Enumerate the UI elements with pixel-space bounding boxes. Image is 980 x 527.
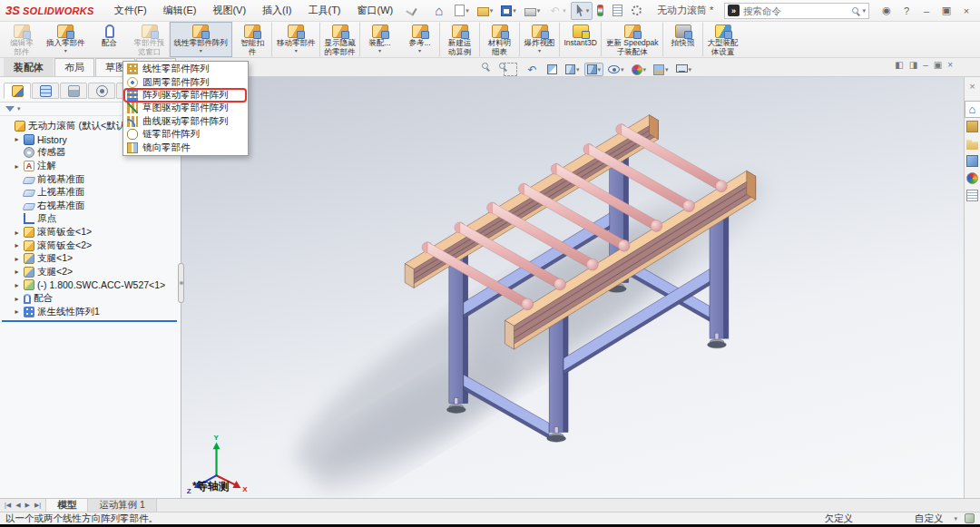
panel-tab[interactable]	[88, 83, 115, 99]
dropdown-caret-icon[interactable]: ▾	[490, 7, 494, 15]
help-icon[interactable]: ?	[898, 4, 915, 18]
ribbon-button[interactable]: 移动零部件 ▾	[272, 22, 320, 57]
dropdown-caret-icon[interactable]: ▾	[643, 66, 647, 73]
dropdown-caret-icon[interactable]: ▾	[418, 48, 421, 54]
task-pane-tab[interactable]	[965, 170, 980, 187]
view-toolbar-button[interactable]	[479, 61, 499, 78]
graphics-viewport[interactable]: Y X Z *等轴测	[181, 77, 964, 498]
rollback-bar[interactable]	[2, 320, 177, 322]
tree-item[interactable]: ▸ 滚筒钣金<1>	[2, 226, 181, 239]
expand-arrow-icon[interactable]: ▸	[13, 281, 21, 289]
model-canvas[interactable]: Y X Z	[181, 77, 964, 498]
tree-item[interactable]: ▸ 支腿<2>	[2, 266, 181, 279]
dropdown-caret-icon[interactable]: ▾	[537, 7, 541, 15]
prev-tab-icon[interactable]: ◀	[14, 502, 22, 509]
tree-item[interactable]: 原点	[2, 212, 181, 226]
expand-arrow-icon[interactable]: ▸	[13, 255, 21, 263]
status-caret-icon[interactable]: ▾	[954, 515, 957, 522]
document-tab[interactable]: 运动算例 1	[88, 499, 157, 512]
ribbon-button[interactable]: 更新 Speedpak 子装配体	[602, 22, 663, 57]
tree-item[interactable]: 右视基准面	[2, 200, 181, 213]
ribbon-button[interactable]: 新建运 动算例	[440, 22, 480, 57]
minimize-window-icon[interactable]: –	[918, 4, 935, 18]
restore-window-icon[interactable]: ▣	[938, 4, 955, 18]
dropdown-caret-icon[interactable]: ▾	[538, 48, 541, 54]
close-window-icon[interactable]: ×	[958, 4, 975, 18]
dropdown-caret-icon[interactable]: ▾	[598, 66, 602, 73]
expand-arrow-icon[interactable]: ▸	[13, 268, 21, 276]
user-account-icon[interactable]: ◉	[878, 4, 895, 18]
view-toolbar-button[interactable]: ▾	[673, 64, 695, 75]
ribbon-button[interactable]: 装配... ▾	[360, 22, 400, 57]
ribbon-button[interactable]: 编辑零 部件	[2, 22, 42, 57]
panel-tab[interactable]	[4, 83, 31, 99]
task-pane-tab[interactable]	[965, 152, 980, 170]
pin-icon[interactable]	[407, 5, 417, 15]
quick-access-button[interactable]	[628, 3, 646, 18]
view-toolbar-button[interactable]: ▾	[651, 63, 671, 77]
ribbon-button[interactable]: 参考... ▾	[400, 22, 440, 57]
close-doc-icon[interactable]: ×	[947, 60, 953, 70]
view-toolbar-button[interactable]: ▾	[629, 63, 650, 77]
tree-item[interactable]: ▸ 支腿<1>	[2, 252, 181, 266]
ribbon-button[interactable]: 爆炸视图 ▾	[520, 22, 560, 57]
dropdown-menu-item[interactable]: 圆周零部件阵列	[123, 75, 248, 88]
dropdown-caret-icon[interactable]: ▾	[378, 48, 381, 54]
dropdown-caret-icon[interactable]: ▾	[563, 7, 566, 15]
quick-access-button[interactable]: ▾	[571, 2, 593, 20]
custom-mode-label[interactable]: 自定义	[915, 512, 944, 525]
search-input[interactable]	[743, 5, 848, 16]
ribbon-button[interactable]: 显示隐藏 的零部件	[320, 22, 360, 57]
menu-item[interactable]: 窗口(W)	[350, 1, 401, 20]
search-caret-icon[interactable]: ▾	[862, 7, 866, 15]
filter-funnel-icon[interactable]	[5, 106, 15, 112]
ribbon-button[interactable]: 智能扣 件	[232, 22, 272, 57]
dropdown-caret-icon[interactable]: ▾	[466, 7, 469, 15]
view-toolbar-button[interactable]	[501, 61, 521, 78]
filter-caret-icon[interactable]: ▾	[17, 105, 21, 112]
view-toolbar-button[interactable]: ▾	[584, 63, 604, 76]
dropdown-menu-item[interactable]: 链零部件阵列	[123, 128, 248, 141]
quick-access-button[interactable]: ▾	[497, 3, 520, 19]
dropdown-menu-item[interactable]: 曲线驱动零部件阵列	[123, 115, 248, 128]
tree-item[interactable]: ▸ 注解	[2, 160, 181, 173]
view-toolbar-button[interactable]	[523, 61, 543, 78]
tree-item[interactable]: ▸ (-) 1.800.SWC.ACC-W527<1>	[2, 278, 181, 292]
restore-doc-icon[interactable]: ▣	[934, 60, 942, 70]
ribbon-button[interactable]: 配合	[90, 22, 130, 57]
minimize-doc-icon[interactable]: –	[923, 60, 928, 70]
task-pane-tab[interactable]	[965, 118, 980, 135]
view-toolbar-button[interactable]: ▾	[605, 63, 627, 75]
dropdown-caret-icon[interactable]: ▾	[64, 48, 67, 54]
expand-arrow-icon[interactable]: ▸	[13, 241, 21, 249]
tree-item[interactable]: ▸ 滚筒钣金<2>	[2, 239, 181, 252]
view-toolbar-button[interactable]: ▾	[563, 63, 583, 76]
dropdown-menu-item[interactable]: 草图驱动零部件阵列	[123, 102, 248, 114]
dropdown-menu-item[interactable]: 线性零部件阵列	[123, 63, 248, 75]
menu-item[interactable]: 工具(T)	[300, 1, 348, 20]
dropdown-caret-icon[interactable]: ▾	[586, 7, 590, 15]
last-tab-icon[interactable]: ▶|	[33, 502, 43, 509]
ribbon-tab[interactable]: 布局	[54, 58, 94, 76]
quick-access-button[interactable]	[593, 2, 608, 19]
first-tab-icon[interactable]: |◀	[3, 502, 13, 509]
task-pane-tab[interactable]	[965, 135, 980, 152]
ribbon-tab[interactable]: 装配体	[4, 58, 54, 76]
menu-item[interactable]: 插入(I)	[255, 1, 299, 20]
dropdown-caret-icon[interactable]: ▾	[621, 66, 624, 73]
panel-tab[interactable]	[32, 83, 59, 99]
dropdown-caret-icon[interactable]: ▾	[665, 66, 669, 73]
ribbon-button[interactable]: 大型装配 体设置	[703, 22, 743, 57]
dropdown-caret-icon[interactable]: ▾	[513, 7, 516, 15]
quick-access-button[interactable]: ▾	[474, 2, 497, 19]
dropdown-caret-icon[interactable]: ▾	[295, 48, 298, 54]
ribbon-button[interactable]: 插入零部件 ▾	[42, 22, 90, 57]
dropdown-caret-icon[interactable]: ▾	[576, 66, 580, 73]
dropdown-menu-item[interactable]: 阵列驱动零部件阵列	[123, 89, 248, 102]
tag-icon[interactable]	[965, 513, 975, 523]
expand-arrow-icon[interactable]: ▸	[13, 162, 21, 171]
expand-arrow-icon[interactable]: ▸	[13, 307, 21, 316]
view-toolbar-button[interactable]	[544, 63, 561, 76]
menu-item[interactable]: 文件(F)	[107, 1, 154, 20]
task-pane-close-icon[interactable]: ×	[969, 81, 975, 92]
